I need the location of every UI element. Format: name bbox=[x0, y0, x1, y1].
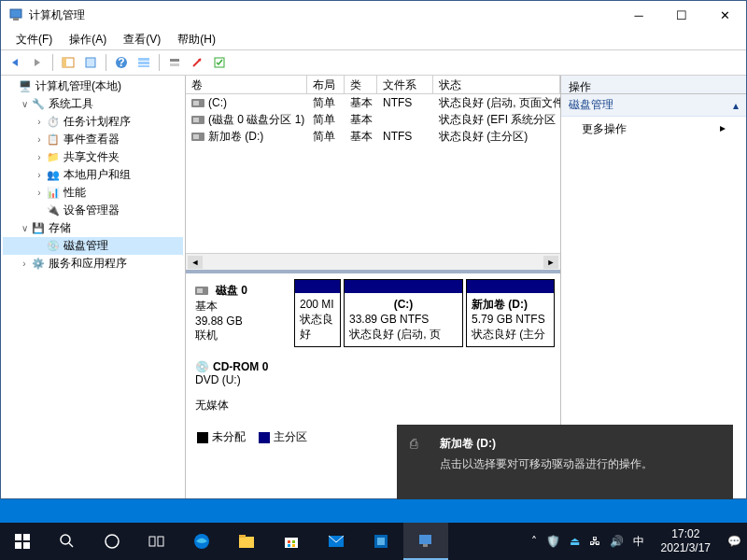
separator bbox=[106, 54, 106, 71]
svg-rect-15 bbox=[15, 542, 21, 549]
svg-rect-33 bbox=[419, 535, 431, 544]
tray-security-icon[interactable]: 🛡️ bbox=[546, 535, 560, 548]
tree-device-manager[interactable]: 🔌设备管理器 bbox=[3, 202, 183, 219]
volume-list[interactable]: (C:) 简单 基本 NTFS 状态良好 (启动, 页面文件 (磁盘 0 磁盘分… bbox=[186, 94, 560, 253]
volume-row[interactable]: 新加卷 (D:) 简单 基本 NTFS 状态良好 (主分区) bbox=[186, 128, 560, 145]
disk-0-block[interactable]: 磁盘 0 基本 39.88 GB 联机 200 MI状态良好 (C:)33.89… bbox=[191, 279, 555, 347]
separator bbox=[159, 54, 160, 71]
search-button[interactable] bbox=[45, 523, 90, 560]
help-button[interactable]: ? bbox=[111, 52, 132, 73]
svg-rect-21 bbox=[158, 537, 163, 546]
taskbar-edge[interactable] bbox=[179, 523, 224, 560]
autoplay-notification[interactable]: ⎙ 新加卷 (D:) 点击以选择要对可移动驱动器进行的操作。 bbox=[397, 425, 733, 499]
view-list-button[interactable] bbox=[134, 52, 154, 73]
taskbar-app[interactable] bbox=[359, 523, 403, 560]
start-button[interactable] bbox=[0, 523, 45, 560]
tray-overflow-icon[interactable]: ˄ bbox=[531, 535, 537, 548]
taskbar-clock[interactable]: 17:02 2021/3/17 bbox=[654, 527, 718, 555]
menu-view[interactable]: 查看(V) bbox=[116, 30, 168, 49]
tree-system-tools[interactable]: ∨🔧系统工具 bbox=[3, 95, 183, 113]
svg-rect-34 bbox=[423, 544, 428, 547]
horizontal-scrollbar[interactable]: ◄ ► bbox=[186, 253, 560, 270]
tree-local-users[interactable]: ›👥本地用户和组 bbox=[3, 166, 183, 184]
svg-point-19 bbox=[106, 535, 119, 548]
back-button[interactable] bbox=[5, 52, 25, 73]
col-type[interactable]: 类型 bbox=[345, 76, 377, 93]
menu-file[interactable]: 文件(F) bbox=[8, 30, 60, 49]
task-view-button[interactable] bbox=[134, 523, 179, 560]
scroll-right-button[interactable]: ► bbox=[543, 256, 558, 269]
svg-rect-3 bbox=[63, 58, 66, 67]
settings-button[interactable] bbox=[187, 52, 207, 73]
partition-header bbox=[345, 280, 462, 293]
volume-row[interactable]: (C:) 简单 基本 NTFS 状态良好 (启动, 页面文件 bbox=[186, 94, 560, 111]
action-center-button[interactable]: 💬 bbox=[727, 535, 741, 548]
tree-disk-management[interactable]: 💿磁盘管理 bbox=[3, 237, 183, 255]
separator bbox=[52, 54, 53, 71]
svg-rect-27 bbox=[292, 540, 295, 543]
svg-rect-16 bbox=[23, 542, 30, 549]
partition-efi[interactable]: 200 MI状态良好 bbox=[294, 279, 341, 347]
partition-d[interactable]: 新加卷 (D:)5.79 GB NTFS状态良好 (主分 bbox=[466, 279, 555, 347]
tray-volume-icon[interactable]: 🔊 bbox=[610, 535, 624, 548]
cortana-button[interactable] bbox=[90, 523, 134, 560]
cdrom-0-info: 💿CD-ROM 0 DVD (U:) 无媒体 bbox=[191, 357, 294, 417]
view-top-button[interactable] bbox=[164, 52, 185, 73]
col-filesystem[interactable]: 文件系统 bbox=[377, 76, 433, 93]
tray-network-icon[interactable]: 🖧 bbox=[589, 535, 600, 548]
actions-more[interactable]: 更多操作▸ bbox=[561, 117, 746, 142]
tree-root[interactable]: 🖥️计算机管理(本地) bbox=[3, 77, 183, 95]
taskbar-store[interactable] bbox=[269, 523, 314, 560]
menu-action[interactable]: 操作(A) bbox=[62, 30, 114, 49]
taskbar-mail[interactable] bbox=[314, 523, 359, 560]
app-icon bbox=[8, 7, 23, 22]
svg-rect-14 bbox=[23, 534, 30, 540]
svg-rect-24 bbox=[239, 535, 246, 538]
menu-help[interactable]: 帮助(H) bbox=[170, 30, 223, 49]
disk-icon bbox=[195, 287, 208, 295]
tree-storage[interactable]: ∨💾存储 bbox=[3, 219, 183, 237]
cdrom-icon: 💿 bbox=[195, 360, 209, 373]
refresh-button[interactable] bbox=[209, 52, 230, 73]
actions-section-diskmgmt[interactable]: 磁盘管理▴ bbox=[561, 94, 746, 117]
show-hide-tree-button[interactable] bbox=[58, 52, 78, 73]
collapse-icon: ▴ bbox=[733, 99, 739, 112]
taskbar-explorer[interactable] bbox=[224, 523, 269, 560]
disk-0-info: 磁盘 0 基本 39.88 GB 联机 bbox=[191, 279, 294, 347]
svg-rect-0 bbox=[10, 9, 21, 18]
maximize-button[interactable]: ☐ bbox=[660, 1, 703, 29]
forward-button[interactable] bbox=[27, 52, 48, 73]
col-status[interactable]: 状态 bbox=[433, 76, 560, 93]
window-controls: ─ ☐ ✕ bbox=[617, 1, 746, 29]
svg-rect-25 bbox=[285, 538, 298, 548]
col-layout[interactable]: 布局 bbox=[307, 76, 345, 93]
properties-button[interactable] bbox=[80, 52, 101, 73]
cdrom-0-block[interactable]: 💿CD-ROM 0 DVD (U:) 无媒体 bbox=[191, 357, 555, 417]
minimize-button[interactable]: ─ bbox=[617, 1, 660, 29]
svg-rect-20 bbox=[149, 537, 155, 546]
nav-tree[interactable]: 🖥️计算机管理(本地) ∨🔧系统工具 ›⏱️任务计划程序 ›📋事件查看器 ›📁共… bbox=[1, 76, 186, 498]
taskbar-compmgmt[interactable] bbox=[403, 523, 448, 560]
legend-unallocated-swatch bbox=[197, 432, 208, 443]
system-tray: ˄ 🛡️ ⏏ 🖧 🔊 中 17:02 2021/3/17 💬 bbox=[526, 527, 747, 555]
svg-rect-7 bbox=[138, 58, 149, 61]
tray-usb-icon[interactable]: ⏏ bbox=[570, 535, 580, 548]
close-button[interactable]: ✕ bbox=[703, 1, 746, 29]
tree-shared-folders[interactable]: ›📁共享文件夹 bbox=[3, 148, 183, 166]
svg-rect-23 bbox=[239, 537, 254, 548]
svg-rect-4 bbox=[86, 58, 95, 67]
volume-row[interactable]: (磁盘 0 磁盘分区 1) 简单 基本 状态良好 (EFI 系统分区 bbox=[186, 111, 560, 128]
taskbar: ˄ 🛡️ ⏏ 🖧 🔊 中 17:02 2021/3/17 💬 bbox=[0, 523, 747, 560]
svg-rect-8 bbox=[138, 62, 149, 64]
tree-event-viewer[interactable]: ›📋事件查看器 bbox=[3, 131, 183, 148]
tree-task-scheduler[interactable]: ›⏱️任务计划程序 bbox=[3, 113, 183, 131]
tray-ime-indicator[interactable]: 中 bbox=[633, 534, 644, 550]
scroll-left-button[interactable]: ◄ bbox=[188, 256, 203, 269]
tree-performance[interactable]: ›📊性能 bbox=[3, 184, 183, 202]
col-volume[interactable]: 卷 bbox=[186, 76, 307, 93]
notification-body: 点击以选择要对可移动驱动器进行的操作。 bbox=[440, 455, 653, 472]
window-title: 计算机管理 bbox=[29, 7, 617, 23]
svg-rect-9 bbox=[138, 65, 149, 67]
tree-services-apps[interactable]: ›⚙️服务和应用程序 bbox=[3, 255, 183, 273]
partition-c[interactable]: (C:)33.89 GB NTFS状态良好 (启动, 页 bbox=[344, 279, 463, 347]
